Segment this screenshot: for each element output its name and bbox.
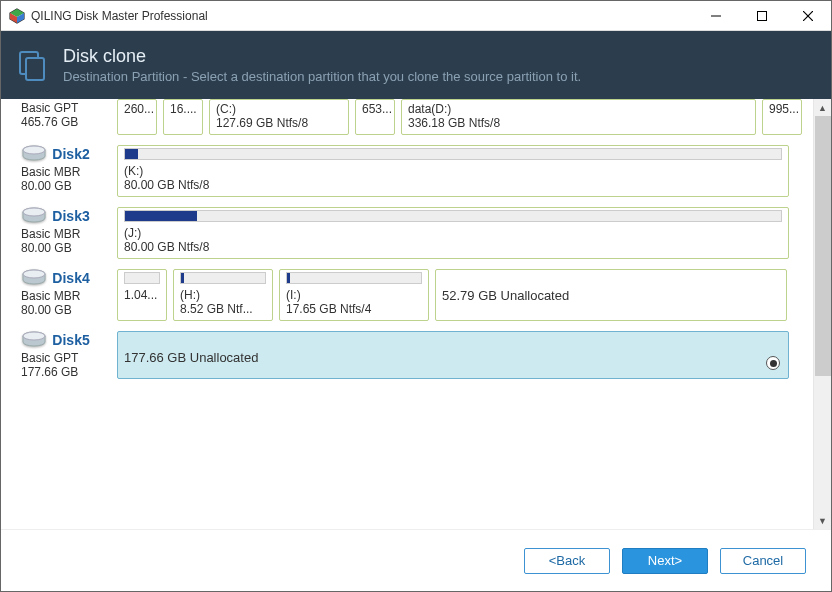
disk-type: Basic GPT (21, 101, 117, 115)
partition[interactable]: (K:)80.00 GB Ntfs/8 (117, 145, 789, 197)
partition-strip: (K:)80.00 GB Ntfs/8 (117, 145, 793, 197)
svg-point-15 (23, 270, 45, 278)
disk-type: Basic MBR (21, 227, 117, 241)
disk-type: Basic MBR (21, 289, 117, 303)
minimize-button[interactable] (693, 1, 739, 31)
partition-size: 17.65 GB Ntfs/4 (286, 302, 422, 316)
drive-icon (21, 145, 49, 163)
scrollbar[interactable]: ▲ ▼ (813, 99, 831, 529)
disk-name: Disk5 (52, 332, 89, 348)
partition[interactable]: 1.04... (117, 269, 167, 321)
svg-point-11 (23, 146, 45, 154)
disk-row: Basic GPT465.76 GB260...16....(C:)127.69… (21, 99, 793, 135)
partition-unallocated[interactable]: 177.66 GB Unallocated (117, 331, 789, 379)
partition-label: (C:) (216, 102, 342, 116)
cancel-button[interactable]: Cancel (720, 548, 806, 574)
app-icon (9, 8, 25, 24)
partition-size: 127.69 GB Ntfs/8 (216, 116, 342, 130)
window-title: QILING Disk Master Professional (31, 9, 693, 23)
usage-bar (180, 272, 266, 284)
page-subtitle: Destination Partition - Select a destina… (63, 69, 581, 84)
disk-name: Disk4 (52, 270, 89, 286)
scroll-up-icon[interactable]: ▲ (814, 99, 831, 116)
clone-icon (15, 47, 51, 83)
titlebar: QILING Disk Master Professional (1, 1, 831, 31)
disk-label: Disk5Basic GPT177.66 GB (21, 331, 117, 379)
next-button[interactable]: Next> (622, 548, 708, 574)
drive-icon (21, 331, 49, 349)
svg-rect-9 (26, 58, 44, 80)
disk-row: Disk3Basic MBR80.00 GB(J:)80.00 GB Ntfs/… (21, 207, 793, 259)
disk-row: Disk5Basic GPT177.66 GB177.66 GB Unalloc… (21, 331, 793, 379)
partition-size: 336.18 GB Ntfs/8 (408, 116, 749, 130)
footer: <Back Next> Cancel (1, 529, 831, 591)
partition-label: (H:) (180, 288, 266, 302)
close-button[interactable] (785, 1, 831, 31)
partition[interactable]: (J:)80.00 GB Ntfs/8 (117, 207, 789, 259)
scroll-down-icon[interactable]: ▼ (814, 512, 831, 529)
partition-size: 995... (769, 102, 795, 116)
disk-type: Basic MBR (21, 165, 117, 179)
partition-size: 80.00 GB Ntfs/8 (124, 240, 782, 254)
disk-size: 80.00 GB (21, 241, 117, 255)
partition-size: 52.79 GB Unallocated (442, 272, 780, 303)
svg-rect-5 (758, 11, 767, 20)
disk-size: 465.76 GB (21, 115, 117, 129)
partition-size: 8.52 GB Ntf... (180, 302, 266, 316)
partition-size: 653... (362, 102, 388, 116)
disk-label: Basic GPT465.76 GB (21, 99, 117, 135)
partition[interactable]: 995... (762, 99, 802, 135)
partition-size: 1.04... (124, 288, 160, 302)
partition-label: (I:) (286, 288, 422, 302)
disk-row: Disk4Basic MBR80.00 GB1.04...(H:)8.52 GB… (21, 269, 793, 321)
partition-strip: 260...16....(C:)127.69 GB Ntfs/8653...da… (117, 99, 802, 135)
partition-strip: (J:)80.00 GB Ntfs/8 (117, 207, 793, 259)
usage-bar (124, 148, 782, 160)
disk-label: Disk4Basic MBR80.00 GB (21, 269, 117, 321)
usage-bar (286, 272, 422, 284)
partition-size: 260... (124, 102, 150, 116)
drive-icon (21, 207, 49, 225)
back-button[interactable]: <Back (524, 548, 610, 574)
partition[interactable]: 16.... (163, 99, 203, 135)
partition[interactable]: data(D:)336.18 GB Ntfs/8 (401, 99, 756, 135)
header: Disk clone Destination Partition - Selec… (1, 31, 831, 99)
partition-label: (K:) (124, 164, 782, 178)
partition-strip: 177.66 GB Unallocated (117, 331, 793, 379)
disk-label: Disk3Basic MBR80.00 GB (21, 207, 117, 259)
disk-size: 80.00 GB (21, 303, 117, 317)
partition-label: (J:) (124, 226, 782, 240)
svg-point-13 (23, 208, 45, 216)
page-title: Disk clone (63, 46, 581, 67)
disk-label: Disk2Basic MBR80.00 GB (21, 145, 117, 197)
partition-size: 80.00 GB Ntfs/8 (124, 178, 782, 192)
partition[interactable]: (I:)17.65 GB Ntfs/4 (279, 269, 429, 321)
content-area: Basic GPT465.76 GB260...16....(C:)127.69… (1, 99, 831, 529)
disk-size: 177.66 GB (21, 365, 117, 379)
usage-bar (124, 210, 782, 222)
disk-name: Disk3 (52, 208, 89, 224)
scrollbar-thumb[interactable] (815, 116, 831, 376)
partition[interactable]: (C:)127.69 GB Ntfs/8 (209, 99, 349, 135)
partition[interactable]: 653... (355, 99, 395, 135)
maximize-button[interactable] (739, 1, 785, 31)
partition-unallocated[interactable]: 52.79 GB Unallocated (435, 269, 787, 321)
radio-selected[interactable] (766, 356, 780, 370)
drive-icon (21, 269, 49, 287)
disk-row: Disk2Basic MBR80.00 GB(K:)80.00 GB Ntfs/… (21, 145, 793, 197)
svg-point-17 (23, 332, 45, 340)
usage-bar (124, 272, 160, 284)
disk-type: Basic GPT (21, 351, 117, 365)
partition-label: data(D:) (408, 102, 749, 116)
disk-size: 80.00 GB (21, 179, 117, 193)
partition-size: 16.... (170, 102, 196, 116)
partition-strip: 1.04...(H:)8.52 GB Ntf...(I:)17.65 GB Nt… (117, 269, 793, 321)
partition-size: 177.66 GB Unallocated (124, 334, 782, 365)
disk-name: Disk2 (52, 146, 89, 162)
partition[interactable]: 260... (117, 99, 157, 135)
partition[interactable]: (H:)8.52 GB Ntf... (173, 269, 273, 321)
